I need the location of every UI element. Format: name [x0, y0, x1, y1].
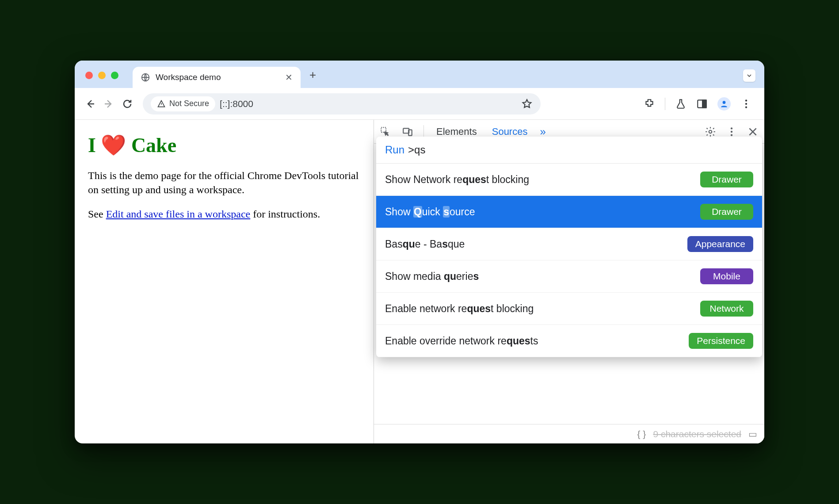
command-item-label: Show media queries	[385, 271, 479, 283]
workspace-link[interactable]: Edit and save files in a workspace	[106, 208, 251, 220]
tabs-dropdown-icon[interactable]	[743, 69, 755, 82]
svg-point-11	[731, 127, 732, 129]
url-text: [::]:8000	[220, 99, 253, 109]
reload-button[interactable]	[120, 96, 135, 111]
star-icon[interactable]	[521, 98, 533, 110]
window-controls	[85, 72, 118, 79]
back-button[interactable]	[83, 96, 98, 111]
command-item-label: Show Network request blocking	[385, 174, 529, 186]
command-item[interactable]: Basque - BasqueAppearance	[376, 228, 762, 260]
command-item-label: Show Quick source	[385, 206, 475, 218]
status-text: 9 characters selected	[653, 429, 741, 439]
new-tab-button[interactable]: +	[309, 68, 316, 82]
command-item-label: Enable network request blocking	[385, 303, 534, 315]
command-item-label: Enable override network requests	[385, 335, 538, 347]
extensions-icon[interactable]	[644, 98, 655, 110]
tab-bar: Workspace demo ✕ +	[75, 61, 764, 88]
labs-icon[interactable]	[675, 98, 686, 110]
devtools-statusbar: { } 9 characters selected ▭	[374, 424, 764, 443]
kebab-menu-icon[interactable]	[740, 98, 752, 110]
browser-tab[interactable]: Workspace demo ✕	[133, 67, 301, 88]
see-prefix: See	[88, 208, 106, 220]
svg-point-5	[745, 103, 747, 104]
command-list: Show Network request blockingDrawerShow …	[376, 164, 762, 357]
sidepanel-icon[interactable]	[696, 98, 708, 110]
svg-point-12	[731, 130, 732, 132]
command-query: >qs	[408, 144, 425, 156]
security-label: Not Secure	[169, 99, 209, 108]
close-tab-icon[interactable]: ✕	[285, 72, 293, 83]
toolbar-right	[644, 97, 756, 111]
page-paragraph-2: See Edit and save files in a workspace f…	[88, 207, 360, 221]
toolbar: Not Secure [::]:8000	[75, 88, 764, 120]
command-item[interactable]: Show Network request blockingDrawer	[376, 164, 762, 196]
svg-point-6	[745, 106, 747, 108]
maximize-window-icon[interactable]	[111, 72, 118, 79]
command-badge: Appearance	[687, 236, 753, 252]
security-chip[interactable]: Not Secure	[151, 96, 215, 111]
command-input-row[interactable]: Run >qs	[376, 137, 762, 164]
command-badge: Drawer	[700, 204, 753, 220]
kebab-icon[interactable]	[725, 126, 738, 138]
svg-point-13	[731, 134, 732, 136]
command-badge: Drawer	[700, 172, 753, 187]
more-tabs-icon[interactable]: »	[540, 126, 545, 138]
profile-avatar[interactable]	[717, 97, 731, 111]
svg-rect-2	[702, 100, 706, 107]
command-item[interactable]: Show Quick sourceDrawer	[376, 196, 762, 228]
tab-elements[interactable]: Elements	[434, 126, 480, 137]
forward-button[interactable]	[101, 96, 116, 111]
page-heading: I ❤️ Cake	[88, 133, 360, 157]
command-item[interactable]: Enable override network requestsPersiste…	[376, 325, 762, 357]
globe-icon	[141, 73, 150, 82]
collapse-icon[interactable]: ▭	[748, 429, 757, 439]
tab-title: Workspace demo	[156, 73, 280, 82]
page-body: I ❤️ Cake This is the demo page for the …	[75, 120, 374, 443]
run-label: Run	[385, 144, 404, 156]
command-item[interactable]: Enable network request blockingNetwork	[376, 293, 762, 325]
minimize-window-icon[interactable]	[98, 72, 106, 79]
svg-point-10	[709, 130, 712, 133]
close-devtools-icon[interactable]	[747, 126, 759, 138]
gear-icon[interactable]	[704, 126, 717, 138]
divider	[423, 125, 424, 138]
svg-point-4	[745, 99, 747, 101]
command-badge: Persistence	[689, 333, 753, 349]
devtools-panel: Elements Sources » Run >qs Show Network …	[374, 120, 764, 443]
see-suffix: for instructions.	[250, 208, 320, 220]
browser-window: Workspace demo ✕ + Not Secure [::]:8000	[75, 61, 764, 443]
content-area: I ❤️ Cake This is the demo page for the …	[75, 120, 764, 443]
command-menu: Run >qs Show Network request blockingDra…	[376, 137, 762, 357]
command-badge: Network	[700, 301, 753, 317]
device-toggle-icon[interactable]	[401, 126, 414, 138]
page-paragraph-1: This is the demo page for the official C…	[88, 168, 360, 197]
command-item-label: Basque - Basque	[385, 238, 465, 250]
command-item[interactable]: Show media queriesMobile	[376, 260, 762, 293]
divider	[665, 98, 665, 110]
svg-point-3	[723, 101, 726, 104]
close-window-icon[interactable]	[85, 72, 93, 79]
command-badge: Mobile	[700, 268, 753, 284]
brackets-icon[interactable]: { }	[637, 429, 646, 439]
address-bar[interactable]: Not Secure [::]:8000	[143, 93, 541, 115]
inspect-icon[interactable]	[379, 126, 392, 138]
tab-sources[interactable]: Sources	[489, 126, 530, 137]
